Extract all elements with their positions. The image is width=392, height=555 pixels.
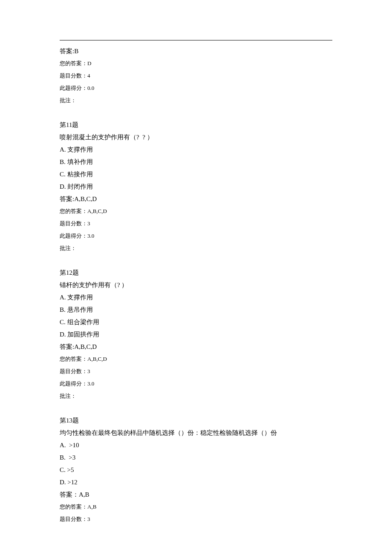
answer-line: 答案:A,B,C,D bbox=[60, 344, 332, 350]
note-line: 批注： bbox=[60, 393, 332, 399]
document-page: 答案:B 您的答案：D 题目分数：4 此题得分：0.0 批注： 第11题 喷射混… bbox=[0, 0, 392, 554]
option-b: B. 悬吊作用 bbox=[60, 307, 332, 313]
option-c: C. 组合梁作用 bbox=[60, 319, 332, 325]
got-score-line: 此题得分：3.0 bbox=[60, 233, 332, 239]
option-c: C. >5 bbox=[60, 467, 332, 473]
spacer bbox=[60, 258, 332, 270]
spacer bbox=[60, 110, 332, 122]
option-b: B. 填补作用 bbox=[60, 159, 332, 165]
answer-line: 答案：A,B bbox=[60, 492, 332, 498]
option-a: A. >10 bbox=[60, 442, 332, 449]
option-b: B. >3 bbox=[60, 454, 332, 461]
your-answer-line: 您的答案：A,B bbox=[60, 504, 332, 509]
option-d: D. 加固拱作用 bbox=[60, 331, 332, 338]
question-header: 第13题 bbox=[60, 417, 332, 424]
question-stem: 均匀性检验在最终包装的样品中随机选择（）份：稳定性检验随机选择（）份 bbox=[60, 430, 332, 436]
spacer bbox=[60, 405, 332, 417]
score-line: 题目分数：3 bbox=[60, 516, 332, 522]
option-d: D. >12 bbox=[60, 479, 332, 486]
horizontal-rule bbox=[60, 40, 332, 40]
score-line: 题目分数：4 bbox=[60, 73, 332, 78]
got-score-line: 此题得分：3.0 bbox=[60, 381, 332, 386]
your-answer-line: 您的答案：A,B,C,D bbox=[60, 208, 332, 214]
your-answer-line: 您的答案：A,B,C,D bbox=[60, 356, 332, 362]
question-stem: 喷射混凝土的支护作用有（? ? ） bbox=[60, 134, 332, 141]
question-header: 第12题 bbox=[60, 270, 332, 276]
answer-line: 答案:A,B,C,D bbox=[60, 196, 332, 202]
got-score-line: 此题得分：0.0 bbox=[60, 85, 332, 91]
option-a: A. 支撑作用 bbox=[60, 147, 332, 153]
option-d: D. 封闭作用 bbox=[60, 184, 332, 190]
option-a: A. 支撑作用 bbox=[60, 294, 332, 301]
score-line: 题目分数：3 bbox=[60, 368, 332, 374]
score-line: 题目分数：3 bbox=[60, 221, 332, 226]
note-line: 批注： bbox=[60, 98, 332, 103]
question-stem: 锚杆的支护作用有（? ） bbox=[60, 282, 332, 288]
answer-line: 答案:B bbox=[60, 48, 332, 55]
option-c: C. 粘接作用 bbox=[60, 171, 332, 178]
your-answer-line: 您的答案：D bbox=[60, 60, 332, 66]
note-line: 批注： bbox=[60, 245, 332, 251]
question-header: 第11题 bbox=[60, 122, 332, 128]
